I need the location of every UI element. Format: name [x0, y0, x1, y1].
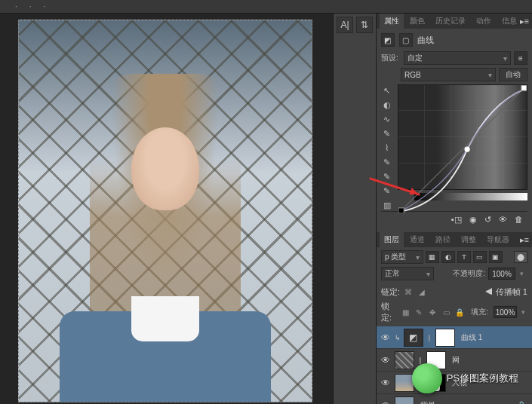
- layer-row[interactable]: 👁 背景 🔒: [377, 394, 532, 404]
- delete-adj-icon[interactable]: 🗑: [515, 215, 523, 225]
- visibility-icon[interactable]: 👁: [380, 400, 392, 405]
- curve-point-icon[interactable]: ∿: [381, 113, 393, 125]
- character-icon[interactable]: ⇅: [356, 17, 373, 33]
- lock-paint-icon[interactable]: ✎: [414, 307, 424, 317]
- layer-row[interactable]: 👁 ↳ ◩ ❙ 曲线 1: [377, 326, 532, 349]
- filter-pixel-icon[interactable]: ▦: [426, 251, 439, 263]
- fill-input[interactable]: 100%: [494, 306, 517, 318]
- smooth-icon[interactable]: ⌇: [381, 142, 393, 154]
- link-label: 链定:: [381, 286, 400, 298]
- tab-navigator[interactable]: 导航器: [482, 232, 514, 247]
- layer-mask-thumb[interactable]: [435, 329, 455, 347]
- preset-select[interactable]: 自定: [404, 51, 511, 65]
- properties-title: 曲线: [417, 35, 434, 46]
- propagate-label[interactable]: ⯇ 传播帧 1: [485, 286, 527, 298]
- document-canvas[interactable]: [18, 20, 312, 402]
- visibility-icon[interactable]: 👁: [380, 355, 392, 366]
- channel-select[interactable]: RGB: [401, 68, 496, 81]
- toggle-visibility-icon[interactable]: 👁: [499, 215, 507, 225]
- collapsed-tool-column: A| ⇅: [333, 14, 376, 404]
- annotation-arrow: [368, 173, 429, 204]
- lock-label: 锁定:: [381, 301, 397, 323]
- main-area: A| ⇅ 属性 颜色 历史记录 动作 信息 ▸≡ ◩ ▢ 曲线 预设: 自定 ≡: [0, 14, 532, 404]
- clip-indicator-icon: ↳: [395, 334, 401, 341]
- lock-pos-icon[interactable]: ✥: [427, 307, 438, 317]
- link-mask-icon[interactable]: ❙: [426, 334, 432, 341]
- eyedropper-black-icon[interactable]: ✎: [381, 156, 393, 168]
- tab-color[interactable]: 颜色: [405, 14, 429, 29]
- filter-shape-icon[interactable]: ▭: [473, 251, 487, 263]
- layer-filter-kind[interactable]: p 类型: [381, 250, 423, 264]
- mask-icon[interactable]: ▢: [399, 33, 413, 47]
- tab-properties[interactable]: 属性: [380, 14, 404, 29]
- lock-icon: 🔒: [517, 401, 526, 404]
- filter-toggle[interactable]: ⬤: [514, 251, 527, 263]
- tab-adjustments[interactable]: 调整: [457, 232, 481, 247]
- pencil-icon[interactable]: ✎: [381, 127, 393, 139]
- lock-artboard-icon[interactable]: ▭: [441, 307, 451, 317]
- wechat-icon: [412, 363, 442, 393]
- auto-button[interactable]: 自动: [499, 68, 527, 81]
- watermark-text: PS修图案例教程: [447, 372, 518, 385]
- tab-actions[interactable]: 动作: [472, 14, 496, 29]
- lock-all-icon[interactable]: 🔒: [454, 307, 465, 317]
- fill-label: 填充:: [471, 307, 490, 317]
- svg-point-0: [464, 146, 469, 152]
- watermark: PS修图案例教程: [412, 363, 518, 393]
- panel-menu-icon[interactable]: ▸≡: [520, 235, 529, 245]
- layer-thumb[interactable]: [395, 396, 414, 405]
- curves-adj-icon: ◩: [381, 33, 395, 47]
- target-adjust-icon[interactable]: ↖: [381, 84, 393, 96]
- right-panels: 属性 颜色 历史记录 动作 信息 ▸≡ ◩ ▢ 曲线 预设: 自定 ≡ RGB …: [376, 14, 532, 404]
- filter-type-icon[interactable]: T: [457, 251, 471, 263]
- tab-info[interactable]: 信息: [497, 14, 521, 29]
- tab-paths[interactable]: 路径: [431, 232, 455, 247]
- blend-mode-select[interactable]: 正常: [381, 267, 434, 280]
- view-previous-icon[interactable]: ◉: [469, 215, 477, 225]
- style-icon[interactable]: ◢: [417, 287, 427, 298]
- paragraph-icon[interactable]: A|: [337, 17, 353, 33]
- opacity-label: 不透明度:: [453, 268, 485, 279]
- top-menu-bar: ···: [0, 0, 532, 14]
- layer-thumb-adjustment[interactable]: ◩: [404, 329, 423, 347]
- preset-label: 预设:: [381, 53, 401, 63]
- filter-smart-icon[interactable]: ▣: [489, 251, 503, 263]
- preset-menu-icon[interactable]: ≡: [514, 51, 527, 65]
- svg-rect-2: [521, 85, 527, 90]
- visibility-icon[interactable]: 👁: [380, 378, 392, 388]
- layer-name[interactable]: 曲线 1: [461, 332, 482, 343]
- svg-rect-1: [398, 208, 404, 213]
- tab-history[interactable]: 历史记录: [431, 14, 470, 29]
- panel-menu-icon[interactable]: ▸≡: [520, 17, 529, 26]
- opacity-input[interactable]: 100%: [488, 268, 515, 280]
- lock-trans-icon[interactable]: ▦: [400, 307, 411, 317]
- properties-tabs: 属性 颜色 历史记录 动作 信息 ▸≡: [377, 14, 532, 29]
- sample-white-icon[interactable]: ◐: [381, 99, 393, 111]
- filter-adj-icon[interactable]: ◐: [441, 251, 455, 263]
- tab-channels[interactable]: 通道: [405, 232, 429, 247]
- link-icon[interactable]: ⌘: [403, 287, 414, 298]
- visibility-icon[interactable]: 👁: [380, 332, 392, 343]
- layer-name[interactable]: 背景: [420, 400, 435, 405]
- clip-to-layer-icon[interactable]: ▪◳: [451, 215, 462, 225]
- layers-tabs: 图层 通道 路径 调整 导航器 ▸≡: [377, 232, 532, 247]
- tab-layers[interactable]: 图层: [380, 232, 404, 247]
- link-mask-icon[interactable]: ❙: [417, 357, 423, 364]
- properties-footer: ▪◳ ◉ ↺ 👁 🗑: [381, 211, 527, 228]
- canvas-area: [0, 14, 333, 404]
- reset-icon[interactable]: ↺: [484, 215, 491, 225]
